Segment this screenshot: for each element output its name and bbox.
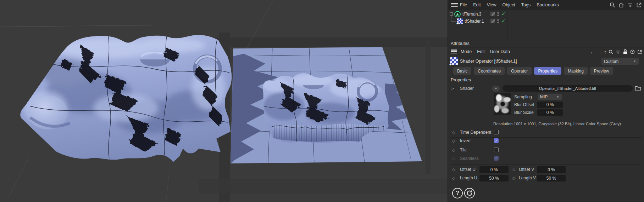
expander-icon[interactable]: − <box>450 12 453 16</box>
new-window-icon[interactable] <box>636 2 642 8</box>
tab-coordinates[interactable]: Coordinates <box>474 67 505 75</box>
invert-checkbox[interactable]: ✓ <box>494 138 499 143</box>
menu-items: File Edit View Object Tags Bookmarks <box>460 2 559 7</box>
offset-v-label: Offset V <box>519 167 534 172</box>
edit-toggle-icon[interactable] <box>490 19 495 23</box>
shader-filename-field[interactable]: Operator_tfShader_Altitude3.tiff <box>503 85 633 92</box>
blur-scale-field[interactable]: 0 % <box>537 109 563 116</box>
visibility-dots[interactable] <box>497 12 499 16</box>
tab-operator[interactable]: Operator <box>507 67 532 75</box>
hamburger-menu-icon[interactable] <box>451 3 458 7</box>
menu-tags[interactable]: Tags <box>521 2 531 7</box>
tree-connector <box>451 16 456 22</box>
search-icon[interactable] <box>609 50 614 54</box>
up-arrow-icon[interactable]: ↑ <box>604 50 606 54</box>
filter-icon[interactable] <box>627 2 633 8</box>
enabled-check-icon[interactable]: ✓ <box>501 11 506 17</box>
divider <box>451 146 642 146</box>
forward-arrow-icon[interactable]: → <box>597 50 602 54</box>
object-name[interactable]: tfShader.1 <box>465 19 484 24</box>
attributes-object-header: + Shader Operator [tfShader.1] Custom ▼ <box>448 57 644 66</box>
attr-menu-mode[interactable]: Mode <box>461 49 472 54</box>
attr-menu-edit[interactable]: Edit <box>477 49 485 54</box>
invert-label: Invert <box>460 138 471 143</box>
tab-masking[interactable]: Masking <box>564 67 588 75</box>
length-v-label: Length V <box>519 175 536 180</box>
shader-checker-icon: + <box>457 18 463 24</box>
seamless-checkbox: ✓ <box>494 156 499 161</box>
check-icon: ✓ <box>495 139 498 143</box>
search-icon[interactable] <box>610 2 615 8</box>
sampling-label: Sampling <box>514 94 532 99</box>
visibility-dots[interactable] <box>497 19 499 23</box>
object-name[interactable]: tfTerrain.3 <box>462 12 481 17</box>
menu-view[interactable]: View <box>487 2 496 7</box>
target-icon[interactable] <box>630 49 635 54</box>
divider <box>448 185 644 185</box>
diamond-bullet-icon: ◇ <box>512 167 515 172</box>
expand-chevron-icon[interactable]: > <box>451 86 454 91</box>
diamond-bullet-icon: ◇ <box>452 167 455 172</box>
app-window: File Edit View Object Tags Bookmarks − t… <box>0 0 644 202</box>
check-icon: ✓ <box>495 157 498 160</box>
divider <box>451 164 642 165</box>
offset-u-label: Offset U <box>460 167 476 172</box>
folder-icon[interactable] <box>635 86 641 91</box>
object-row-tfshader[interactable]: + tfShader.1 ✓ <box>457 18 642 24</box>
attribute-tabs: Basic Coordinates Operator Properties Ma… <box>453 67 613 75</box>
blur-offset-label: Blur Offset <box>514 102 534 107</box>
texture-thumbnail[interactable] <box>494 93 511 115</box>
shader-checker-icon: + <box>450 57 458 65</box>
tile-label: Tile <box>460 148 467 152</box>
menu-bookmarks[interactable]: Bookmarks <box>537 2 559 7</box>
chevron-down-icon: ▼ <box>556 96 559 99</box>
length-v-field[interactable]: 50 % <box>537 175 566 181</box>
offset-v-field[interactable]: 0 % <box>537 166 566 173</box>
refresh-arrow-icon <box>466 190 473 196</box>
viewport-canvas <box>0 0 448 202</box>
tab-properties[interactable]: Properties <box>534 67 561 75</box>
tile-checkbox[interactable] <box>494 148 499 152</box>
time-dependent-label: Time Dependent <box>460 130 491 135</box>
blur-offset-field[interactable]: 0 % <box>537 102 563 108</box>
menu-edit[interactable]: Edit <box>473 2 481 7</box>
divider <box>451 137 642 138</box>
lock-icon[interactable] <box>623 49 628 54</box>
main-menu-bar: File Edit View Object Tags Bookmarks <box>448 0 644 10</box>
attr-menu-userdata[interactable]: User Data <box>490 49 510 54</box>
time-dependent-checkbox[interactable] <box>494 130 499 134</box>
diamond-bullet-icon: ◇ <box>452 130 455 135</box>
length-u-label: Length U <box>460 175 477 180</box>
diamond-bullet-icon: ◇ <box>452 148 455 152</box>
resolution-note: Resolution 1001 x 1001, Grayscale (32 Bi… <box>493 122 621 126</box>
new-window-icon[interactable] <box>637 50 642 54</box>
tab-preview[interactable]: Preview <box>590 67 613 75</box>
preset-dropdown[interactable]: Custom ▼ <box>601 58 639 65</box>
menu-object[interactable]: Object <box>503 2 515 7</box>
attributes-toolbar: Mode Edit User Data ← → ↑ <box>448 47 644 56</box>
attributes-panel-title: Attributes <box>451 41 470 46</box>
object-header-label: Shader Operator [tfShader.1] <box>460 59 517 64</box>
home-icon[interactable] <box>618 2 624 8</box>
object-row-tfterrain[interactable]: − tfTerrain.3 ✓ <box>450 11 641 17</box>
sampling-value: MIP <box>540 94 548 99</box>
diamond-bullet-icon: ◇ <box>452 156 455 161</box>
diamond-bullet-icon: ◇ <box>452 176 455 180</box>
chevron-down-icon: ▼ <box>633 60 636 63</box>
sampling-dropdown[interactable]: MIP ▼ <box>538 94 562 100</box>
edit-toggle-icon[interactable] <box>490 12 495 16</box>
object-manager: − tfTerrain.3 ✓ + tfShader.1 ✓ <box>448 10 644 40</box>
filter-icon[interactable] <box>616 50 621 54</box>
tab-basic[interactable]: Basic <box>453 67 471 75</box>
length-u-field[interactable]: 50 % <box>479 175 509 181</box>
offset-u-field[interactable]: 0 % <box>479 166 509 173</box>
back-arrow-icon[interactable]: ← <box>590 50 595 54</box>
section-title: Properties <box>451 77 471 82</box>
enabled-check-icon[interactable]: ✓ <box>501 18 506 24</box>
help-icon[interactable]: ? <box>452 188 463 198</box>
hamburger-menu-icon[interactable] <box>451 50 457 53</box>
viewport[interactable] <box>0 0 448 202</box>
menu-file[interactable]: File <box>460 2 467 7</box>
refresh-icon[interactable] <box>464 188 475 198</box>
shader-dropdown-button[interactable]: ▼ <box>492 86 500 92</box>
